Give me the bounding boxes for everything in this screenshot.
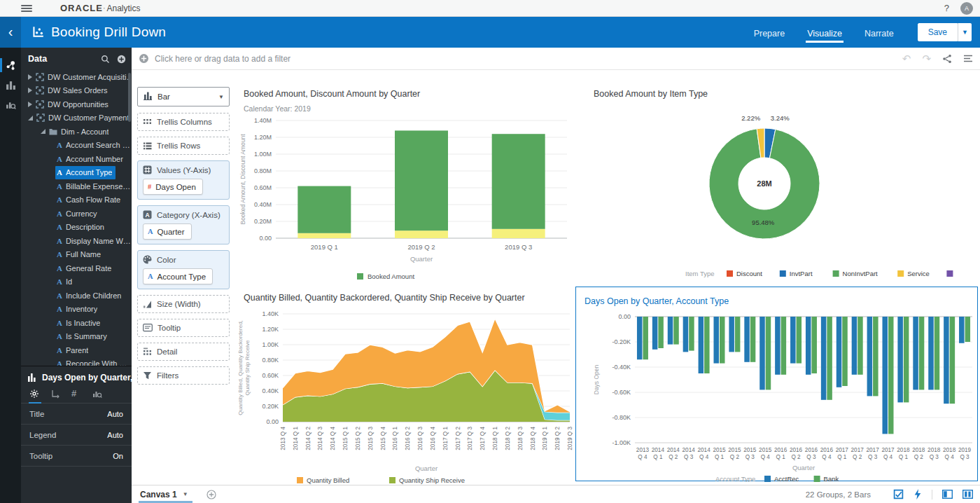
bar-booked-amount-2019-q-2[interactable] (395, 130, 448, 230)
properties-axis-tab[interactable] (50, 389, 71, 399)
bar-bank-2017-q-2[interactable] (858, 317, 863, 375)
bar-bank-2018-q-3[interactable] (934, 317, 940, 390)
tree-item-parent[interactable]: AParent (21, 343, 132, 357)
rail-data-icon[interactable] (0, 56, 21, 74)
bar-bank-2015-q-1[interactable] (720, 317, 725, 364)
layout-columns-icon[interactable] (962, 490, 973, 499)
bar-acctrec-2018-q-4[interactable] (944, 317, 949, 404)
tree-item-display-name-w[interactable]: ADisplay Name W… (21, 234, 132, 248)
caret-icon[interactable] (28, 88, 32, 93)
tree-item-general-rate[interactable]: AGeneral Rate (21, 261, 132, 275)
avatar[interactable]: A (960, 2, 973, 15)
rail-analytics-icon[interactable] (0, 95, 21, 113)
bar-bank-2016-q-3[interactable] (811, 317, 817, 373)
bar-bank-2017-q-3[interactable] (873, 317, 878, 396)
bar-bank-2017-q-4[interactable] (888, 317, 894, 434)
add-canvas-icon[interactable] (206, 490, 216, 499)
add-filter-icon[interactable] (139, 53, 149, 64)
tree-item-description[interactable]: ADescription (21, 221, 132, 235)
tree-item-account-search[interactable]: AAccount Search … (21, 139, 132, 153)
drop-zone-size-width[interactable]: Size (Width) (137, 295, 230, 313)
bar-bank-2014-q-4[interactable] (704, 317, 710, 373)
property-row-title[interactable]: TitleAuto (21, 404, 132, 425)
save-button[interactable]: Save (918, 23, 958, 41)
undo-icon[interactable]: ↶ (902, 53, 911, 64)
drop-zone-color[interactable]: ColorAAccount Type (137, 250, 230, 289)
bar-acctrec-2015-q-1[interactable] (714, 317, 720, 364)
tree-scrollbar[interactable] (128, 73, 131, 122)
drop-zone-tooltip[interactable]: Tooltip (137, 319, 230, 337)
caret-icon[interactable] (28, 116, 33, 120)
bar-bank-2018-q-4[interactable] (950, 317, 955, 404)
bar-acctrec-2014-q-4[interactable] (699, 317, 704, 373)
tree-item-is-summary[interactable]: AIs Summary (21, 330, 132, 344)
canvas-menu-icon[interactable] (963, 55, 973, 63)
bar-bank-2019-q-3[interactable] (965, 317, 971, 342)
item-type-donut-chart[interactable]: 3.24%95.48%2.22%28MItem TypeDiscountInvt… (575, 102, 979, 282)
bar-bank-2016-q-2[interactable] (797, 317, 802, 364)
quantity-area-chart[interactable]: 0.000.20K0.40K0.60K0.80K1.00K1.20K1.40K2… (235, 304, 573, 485)
bar-acctrec-2018-q-3[interactable] (928, 317, 934, 390)
bar-acctrec-2016-q-4[interactable] (821, 317, 827, 400)
days-open-bar-chart[interactable]: 0.00-0.20K-0.40K-0.60K-0.80K-1.00K2013Q … (576, 308, 978, 482)
bar-bank-2015-q-4[interactable] (766, 317, 771, 390)
bar-bank-2018-q-1[interactable] (904, 317, 909, 402)
bar-acctrec-2018-q-2[interactable] (913, 317, 918, 390)
tree-item-dw-opportunities[interactable]: DW Opportunities (21, 97, 132, 111)
tree-item-is-inactive[interactable]: AIs Inactive (21, 316, 132, 330)
viz-type-select[interactable]: Bar ▼ (137, 87, 230, 106)
drop-zone-trellis-rows[interactable]: Trellis Rows (137, 137, 230, 155)
tab-visualize[interactable]: Visualize (806, 20, 844, 46)
rail-visualizations-icon[interactable] (0, 76, 21, 94)
tree-item-currency[interactable]: ACurrency (21, 207, 132, 221)
layout-panel-left-icon[interactable] (942, 490, 953, 499)
bar-acctrec-2019-q-3[interactable] (959, 317, 965, 343)
properties-values-tab[interactable]: # (71, 388, 92, 399)
tree-item-cash-flow-rate[interactable]: ACash Flow Rate (21, 193, 132, 207)
booked-amount-chart[interactable]: 0.000.20M0.40M0.60M0.80M1.00M1.20M1.40M2… (235, 115, 573, 282)
tab-narrate[interactable]: Narrate (863, 20, 895, 46)
bar-booked-amount-2019-q-1[interactable] (298, 186, 351, 233)
drop-zone-values-y-axis[interactable]: Values (Y-Axis)#Days Open (137, 160, 230, 200)
tree-item-dw-customer-payment[interactable]: DW Customer Payment (21, 111, 132, 125)
help-icon[interactable]: ? (944, 3, 949, 13)
property-row-legend[interactable]: LegendAuto (21, 425, 132, 446)
tree-item-inventory[interactable]: AInventory (21, 303, 132, 317)
field-chip-account-type[interactable]: AAccount Type (143, 268, 213, 284)
field-chip-days-open[interactable]: #Days Open (143, 179, 203, 195)
tree-item-reconcile-with[interactable]: AReconcile With … (21, 357, 132, 366)
tree-item-dw-sales-orders[interactable]: DW Sales Orders (21, 84, 132, 98)
bar-acctrec-2017-q-2[interactable] (852, 317, 858, 375)
bar-booked-amount-2019-q-3[interactable] (492, 134, 545, 229)
caret-icon[interactable] (28, 74, 32, 80)
filter-bar[interactable]: Click here or drag data to add a filter … (132, 48, 980, 70)
bar-acctrec-2017-q-3[interactable] (867, 317, 873, 396)
bar-acctrec-2014-q-3[interactable] (683, 317, 689, 352)
bar-discount-amount-2019-q-2[interactable] (395, 230, 448, 238)
bar-acctrec-2017-q-1[interactable] (836, 317, 842, 387)
bar-bank-2014-q-2[interactable] (673, 317, 679, 345)
tree-item-full-name[interactable]: AFull Name (21, 248, 132, 262)
tree-item-include-children[interactable]: AInclude Children (21, 289, 132, 303)
bar-discount-amount-2019-q-3[interactable] (492, 229, 545, 238)
save-dropdown-button[interactable]: ▼ (958, 23, 972, 41)
bar-acctrec-2018-q-1[interactable] (897, 317, 903, 402)
share-icon[interactable] (942, 54, 952, 64)
viz-quantity-by-quarter[interactable]: Quantity Billed, Quantity Backordered, Q… (231, 283, 575, 485)
bar-acctrec-2015-q-3[interactable] (744, 317, 750, 362)
field-chip-quarter[interactable]: AQuarter (143, 223, 192, 240)
bar-bank-2014-q-1[interactable] (658, 317, 664, 348)
drop-zone-category-x-axis[interactable]: ACategory (X-Axis)AQuarter (137, 205, 230, 244)
canvas-tab[interactable]: Canvas 1 ▼ (139, 485, 195, 503)
bar-acctrec-2015-q-4[interactable] (760, 317, 765, 390)
auto-apply-data-icon[interactable] (893, 489, 904, 499)
tree-item-id[interactable]: AId (21, 275, 132, 289)
properties-general-tab[interactable] (29, 389, 50, 399)
bar-bank-2017-q-1[interactable] (842, 317, 848, 386)
back-button[interactable]: ‹ (0, 17, 21, 48)
bar-bank-2016-q-1[interactable] (781, 317, 787, 375)
bar-acctrec-2016-q-3[interactable] (806, 317, 811, 375)
properties-analytics-tab[interactable] (92, 389, 113, 399)
viz-days-open-by-quarter-selected[interactable]: Days Open by Quarter, Account Type 0.00-… (575, 287, 978, 481)
bar-acctrec-2017-q-4[interactable] (883, 317, 888, 434)
